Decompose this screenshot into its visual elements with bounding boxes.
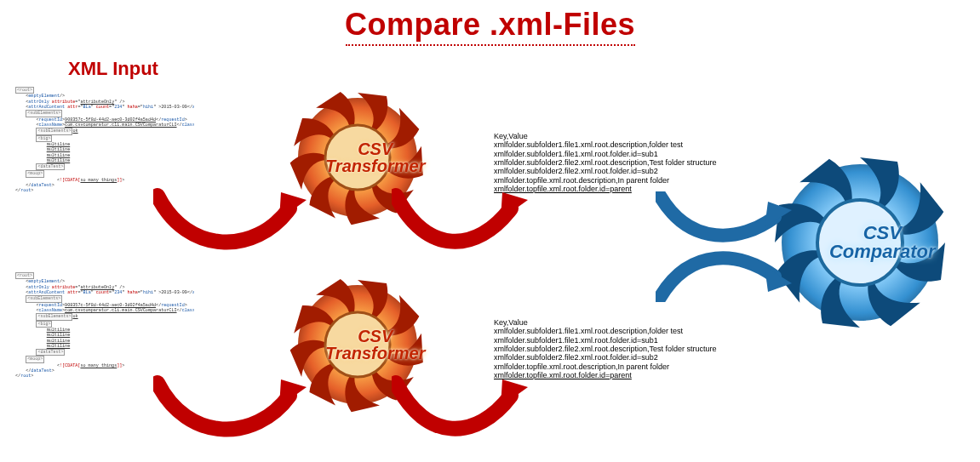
csv-comparator: CSV Comparator bbox=[762, 153, 958, 332]
transformer-label-l2b: Transformer bbox=[325, 344, 425, 362]
kv-line: xmlfolder.subfolder2.file2.xml.root.desc… bbox=[494, 158, 758, 167]
kv-line: xmlfolder.subfolder1.file1.xml.root.fold… bbox=[494, 150, 758, 158]
diagram-stage: Compare .xml-Files XML Input <root> <emp… bbox=[0, 0, 980, 462]
page-title: Compare .xml-Files bbox=[0, 7, 980, 43]
xml-input-subtitle: XML Input bbox=[68, 58, 158, 80]
keyvalue-block-bottom: Key,Value xmlfolder.subfolder1.file1.xml… bbox=[494, 318, 758, 379]
kv-line: xmlfolder.topfile.xml.root.folder.id=par… bbox=[494, 371, 758, 379]
transformer-label-l1b: CSV bbox=[358, 327, 393, 345]
kv-line: xmlfolder.topfile.xml.root.description,I… bbox=[494, 362, 758, 371]
csv-transformer-bottom: CSV Transformer bbox=[281, 272, 434, 417]
kv-line: xmlfolder.subfolder1.file1.xml.root.fold… bbox=[494, 336, 758, 345]
kv-line: xmlfolder.subfolder2.file2.xml.root.desc… bbox=[494, 345, 758, 353]
title-underline bbox=[346, 44, 635, 46]
keyvalue-block-top: Key,Value xmlfolder.subfolder1.file1.xml… bbox=[494, 132, 758, 193]
xml-code-bottom: <root> <emptyElement/> <attrOnly attribu… bbox=[15, 272, 194, 400]
transformer-label-l2: Transformer bbox=[325, 157, 425, 175]
kv-line: xmlfolder.subfolder2.file2.xml.root.fold… bbox=[494, 353, 758, 362]
xml-code-top: <root> <emptyElement/> <attrOnly attribu… bbox=[15, 87, 194, 214]
kv-header: Key,Value bbox=[494, 318, 758, 327]
kv-header: Key,Value bbox=[494, 132, 758, 140]
kv-line: xmlfolder.topfile.xml.root.description,I… bbox=[494, 176, 758, 185]
transformer-label-l1: CSV bbox=[358, 140, 393, 158]
csv-transformer-top: CSV Transformer bbox=[281, 85, 434, 230]
kv-line: xmlfolder.subfolder1.file1.xml.root.desc… bbox=[494, 140, 758, 149]
kv-line: xmlfolder.subfolder2.file2.xml.root.fold… bbox=[494, 167, 758, 175]
kv-line: xmlfolder.topfile.xml.root.folder.id=par… bbox=[494, 185, 758, 193]
kv-line: xmlfolder.subfolder1.file1.xml.root.desc… bbox=[494, 327, 758, 335]
comparator-label-l2: Comparator bbox=[829, 241, 936, 262]
